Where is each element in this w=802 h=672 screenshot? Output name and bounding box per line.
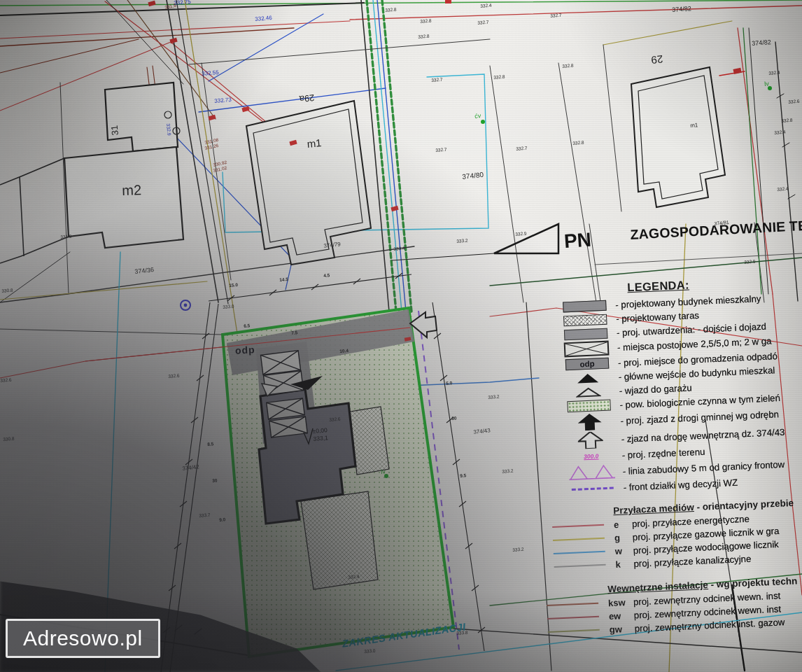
map-label: 332.6 — [168, 374, 180, 379]
map-label: 9.0 — [219, 517, 226, 522]
map-label: 332.8 — [572, 141, 584, 146]
bio-area-symbol — [567, 400, 611, 413]
map-label: 332.7 — [516, 146, 528, 152]
map-label: 332.9 — [166, 123, 172, 136]
elevation-symbol: 300.0 — [584, 452, 599, 460]
map-label: 30 — [212, 478, 218, 483]
map-label: 374/42 — [182, 464, 199, 472]
terrace-symbol — [563, 314, 607, 326]
map-label: 332.4 — [768, 71, 780, 76]
entrance-symbol — [577, 373, 599, 383]
legend-panel: LEGENDA: - projektowany budynek mieszkal… — [553, 273, 802, 498]
map-label: lv — [381, 468, 386, 475]
plot-front-symbol — [572, 486, 614, 491]
utilities-panel: Przyłacza mediów - orientacyjny przebie … — [551, 497, 802, 575]
map-label: 8.5 — [207, 442, 214, 447]
road-exit-symbol — [577, 413, 603, 431]
parking-symbol — [564, 341, 610, 358]
map-label: 10.4 — [339, 349, 349, 354]
map-label: 15.0 — [229, 283, 238, 288]
internal-installations-panel: Wewnętrzne instalacje - wg projektu tech… — [546, 575, 802, 640]
watermark-badge: Adresowo.pl — [6, 619, 160, 658]
drawing-sheet: m231m129a29m1374/82374/82374/80374/79374… — [0, 0, 802, 672]
map-label: 374/80 — [462, 172, 484, 181]
map-label: 333.2 — [488, 395, 500, 400]
map-label: 332.8 — [493, 75, 505, 80]
map-label: 374/43 — [473, 428, 491, 435]
map-label: 332.8 — [418, 34, 430, 40]
map-label: 332.8 — [420, 19, 432, 24]
map-label: 330.8 — [1, 288, 13, 294]
map-label: 333.4 — [393, 246, 405, 252]
map-label: 333.2 — [456, 239, 468, 244]
map-label: m1 — [307, 137, 322, 149]
building-level-note: ±0,00 333,1 — [312, 426, 328, 442]
map-label: 333.2 — [502, 469, 514, 475]
ew-swatch — [547, 616, 599, 620]
site-plan-photo: m231m129a29m1374/82374/82374/80374/79374… — [0, 0, 802, 672]
map-label: 332.4 — [774, 130, 786, 136]
internal-exit-symbol — [577, 431, 603, 449]
map-label: 14.5 — [279, 277, 288, 283]
map-label: 331.26 — [204, 144, 219, 150]
map-label: m1 — [690, 122, 698, 129]
waste-symbol: odp — [565, 358, 610, 371]
map-label: 332.9 — [744, 260, 756, 265]
map-label: ćv — [474, 113, 481, 120]
map-label: 374/82 — [672, 6, 691, 13]
map-label: 332.46 — [255, 15, 272, 22]
building-line-symbol — [568, 463, 615, 481]
map-label: 9.5 — [460, 473, 467, 478]
map-label: 332.8 — [781, 118, 793, 124]
map-label: 332.8 — [562, 64, 574, 69]
map-label: 333.0 — [223, 304, 234, 310]
map-label: 330.8 — [3, 437, 15, 442]
map-label: 332.7 — [435, 148, 447, 153]
map-label: 332.7 — [431, 78, 443, 83]
map-label: 7.5 — [291, 330, 298, 335]
waste-area-label: odp — [235, 344, 255, 356]
map-label: 332.4 — [480, 4, 492, 9]
sewer-line-swatch — [554, 564, 606, 568]
map-label: 374/82 — [752, 39, 771, 47]
gas-line-swatch — [553, 538, 605, 541]
map-label: 31 — [110, 125, 120, 136]
map-label: 333.2 — [512, 547, 524, 553]
map-label: 29 — [651, 54, 663, 66]
map-label: 332.6 — [0, 378, 12, 384]
water-line-swatch — [554, 551, 605, 554]
building-symbol — [563, 300, 607, 312]
map-label: 374/79 — [323, 241, 341, 249]
map-label: 331.9 — [60, 234, 72, 240]
map-label: 5.0 — [446, 381, 453, 386]
paving-symbol — [564, 328, 608, 340]
map-label: 333.7 — [199, 513, 211, 519]
map-label: m2 — [122, 183, 141, 197]
energy-line-swatch — [552, 524, 604, 528]
level-elevation: 333,1 — [313, 434, 328, 442]
map-label: 332.4 — [777, 187, 789, 192]
garage-symbol — [575, 386, 601, 398]
map-label: 29a — [299, 93, 315, 104]
map-label: lv — [764, 80, 769, 88]
map-label: 332.9 — [515, 232, 527, 237]
ksw-swatch — [547, 603, 598, 606]
map-label: 374/36 — [134, 267, 154, 275]
map-label: 332.55 — [202, 70, 219, 77]
map-label: 333.0 — [364, 649, 376, 654]
map-label: 332.7 — [477, 20, 489, 26]
map-label: 6.5 — [244, 323, 251, 328]
map-label: 331.02 — [213, 166, 227, 173]
gw-swatch — [548, 629, 600, 633]
north-label: PN — [563, 229, 592, 253]
map-label: 4.5 — [323, 273, 330, 278]
map-label: 332.8 — [385, 8, 397, 13]
map-label: 332.4 — [348, 575, 360, 580]
map-label: 332.6 — [329, 417, 341, 423]
map-label: 331.5 — [164, 4, 176, 10]
map-label: 30 — [451, 416, 457, 421]
map-label: 332.73 — [214, 97, 232, 104]
map-label: 332.7 — [550, 13, 562, 19]
map-label: 332.6 — [788, 99, 800, 105]
